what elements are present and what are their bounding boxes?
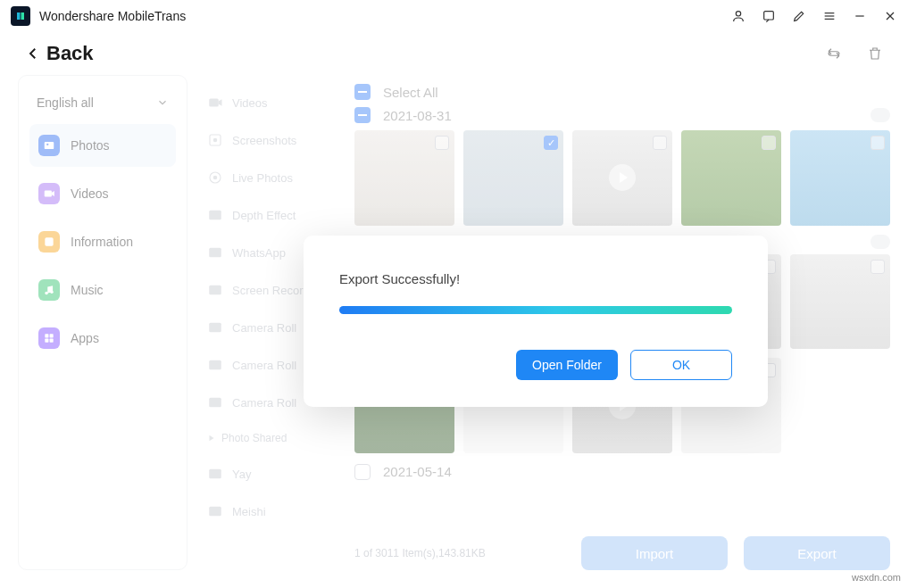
app-title: Wondershare MobileTrans: [39, 9, 186, 23]
apps-icon: [38, 327, 60, 349]
album-item[interactable]: Meishi: [200, 493, 344, 530]
svg-point-24: [213, 138, 218, 143]
album-item[interactable]: Screenshots: [200, 121, 344, 159]
photo-thumb[interactable]: [572, 130, 672, 226]
album-item[interactable]: Videos: [200, 84, 344, 121]
svg-rect-32: [209, 398, 221, 408]
select-all-label: Select All: [383, 85, 438, 100]
back-label: Back: [46, 42, 94, 65]
progress-bar: [339, 306, 732, 314]
photo-thumb[interactable]: [790, 130, 890, 226]
svg-rect-20: [50, 339, 54, 343]
date-label: 2021-05-14: [383, 464, 452, 479]
date-group-row: 2021-08-31: [354, 104, 890, 130]
thumb-checkbox[interactable]: [871, 136, 885, 150]
chevron-down-icon: [156, 96, 169, 109]
thumb-checkbox[interactable]: [544, 136, 558, 150]
svg-rect-18: [50, 334, 54, 337]
menu-icon[interactable]: [822, 9, 837, 23]
svg-point-26: [213, 176, 218, 180]
export-success-modal: Export Successfully! Open Folder OK: [304, 236, 768, 407]
select-all-checkbox[interactable]: [354, 84, 371, 100]
svg-rect-34: [209, 469, 221, 479]
watermark: wsxdn.com: [852, 572, 901, 583]
svg-rect-35: [209, 507, 221, 517]
thumb-checkbox[interactable]: [653, 136, 667, 150]
svg-rect-29: [209, 286, 221, 295]
sidebar-item-label: Videos: [71, 186, 109, 201]
trash-icon[interactable]: [867, 46, 883, 62]
sidebar-item-photos[interactable]: Photos: [29, 124, 176, 167]
minimize-icon[interactable]: [853, 9, 867, 23]
album-item[interactable]: Yay: [200, 455, 344, 493]
export-button[interactable]: Export: [744, 536, 890, 570]
sidebar-item-videos[interactable]: Videos: [29, 172, 176, 215]
sidebar-item-label: Photos: [71, 138, 110, 153]
svg-point-11: [46, 144, 48, 145]
language-selector[interactable]: English all: [29, 87, 176, 124]
videos-icon: [38, 183, 60, 204]
back-button[interactable]: Back: [25, 42, 94, 65]
primary-sidebar: English all Photos Videos Information Mu…: [18, 75, 187, 570]
svg-rect-1: [21, 12, 25, 20]
thumb-checkbox[interactable]: [762, 136, 776, 150]
user-icon[interactable]: [731, 9, 746, 23]
svg-marker-22: [219, 99, 222, 106]
svg-marker-13: [52, 191, 54, 196]
sidebar-item-information[interactable]: Information: [29, 220, 176, 263]
sidebar-item-music[interactable]: Music: [29, 269, 176, 311]
svg-rect-14: [45, 237, 53, 245]
thumb-checkbox[interactable]: [871, 260, 885, 274]
svg-marker-33: [210, 435, 214, 442]
titlebar: Wondershare MobileTrans: [0, 0, 908, 32]
album-shared-header[interactable]: Photo Shared: [200, 421, 344, 455]
sidebar-item-label: Information: [71, 235, 133, 249]
svg-rect-19: [45, 339, 48, 343]
sidebar-item-label: Music: [71, 283, 104, 297]
svg-rect-21: [209, 99, 219, 107]
open-folder-button[interactable]: Open Folder: [516, 350, 618, 380]
refresh-icon[interactable]: [826, 46, 842, 62]
sidebar-item-label: Apps: [71, 331, 99, 345]
date-label: 2021-08-31: [383, 108, 452, 123]
import-button[interactable]: Import: [581, 536, 728, 570]
svg-point-16: [50, 291, 54, 294]
thumb-checkbox[interactable]: [435, 136, 449, 150]
play-icon: [609, 164, 636, 191]
information-icon: [38, 231, 60, 253]
sidebar-item-apps[interactable]: Apps: [29, 317, 176, 360]
svg-point-15: [45, 292, 48, 295]
count-badge: [871, 235, 890, 249]
thumbnail-grid: [354, 130, 890, 226]
ok-button[interactable]: OK: [630, 350, 732, 380]
selection-info: 1 of 3011 Item(s),143.81KB: [354, 547, 486, 559]
date-checkbox[interactable]: [354, 464, 371, 480]
date-checkbox[interactable]: [354, 107, 371, 123]
music-icon: [38, 279, 60, 301]
photo-thumb[interactable]: [790, 254, 890, 350]
app-logo-icon: [11, 6, 30, 26]
language-label: English all: [37, 95, 94, 110]
svg-rect-17: [45, 334, 48, 337]
photo-thumb[interactable]: [463, 130, 563, 226]
album-item[interactable]: Live Photos: [200, 159, 344, 196]
svg-rect-0: [17, 12, 21, 20]
footer: 1 of 3011 Item(s),143.81KB Import Export: [354, 529, 890, 570]
svg-rect-12: [45, 191, 52, 197]
svg-rect-30: [209, 323, 221, 333]
photos-icon: [38, 135, 60, 156]
select-all-row: Select All: [354, 80, 890, 104]
svg-rect-27: [209, 211, 221, 220]
edit-icon[interactable]: [792, 9, 806, 23]
svg-rect-31: [209, 360, 221, 370]
close-icon[interactable]: [883, 9, 897, 23]
svg-rect-3: [764, 12, 774, 20]
date-group-row: 2021-05-14: [354, 460, 890, 484]
photo-thumb[interactable]: [681, 130, 781, 226]
svg-rect-10: [45, 142, 54, 149]
svg-point-2: [736, 12, 740, 16]
feedback-icon[interactable]: [762, 9, 776, 23]
photo-thumb[interactable]: [354, 130, 454, 226]
album-item[interactable]: Depth Effect: [200, 196, 344, 234]
modal-title: Export Successfully!: [339, 271, 732, 286]
